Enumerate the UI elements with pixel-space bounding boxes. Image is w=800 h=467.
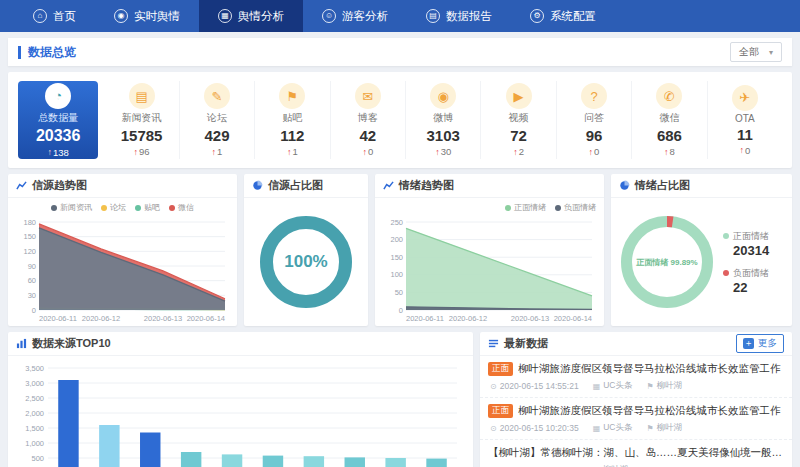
panel-source-trend: 信源趋势图 新闻资讯论坛贴吧微信 03060901201501802020-06… xyxy=(8,174,237,326)
svg-text:3,500: 3,500 xyxy=(25,364,44,373)
stat-value: 15785 xyxy=(121,127,163,144)
chevron-down-icon: ▾ xyxy=(769,48,773,57)
legend-entry-negative: 负面情绪 22 xyxy=(723,267,769,295)
stats-row: ◔ 总数据量 20336 ↑138 ▤ 新闻资讯 15785 ↑96 ✎ 论坛 … xyxy=(8,72,792,168)
svg-text:60: 60 xyxy=(28,276,36,285)
stat-card-wechat[interactable]: ✆ 微信 686 ↑8 xyxy=(632,81,707,159)
legend-entry-positive: 正面情绪 20314 xyxy=(723,230,769,258)
panel-header: 数据来源TOP10 xyxy=(8,332,473,356)
travel-icon: ✈ xyxy=(732,85,758,111)
analysis-icon: ▦ xyxy=(218,9,232,23)
stat-card-forum[interactable]: ✎ 论坛 429 ↑1 xyxy=(180,81,255,159)
overview-header: 数据总览 全部 ▾ xyxy=(8,38,792,66)
stat-card-news[interactable]: ▤ 新闻资讯 15785 ↑96 xyxy=(104,81,179,159)
nav-item-label: 系统配置 xyxy=(550,9,596,24)
stat-label: 微信 xyxy=(659,111,679,125)
list-item[interactable]: 正面 柳叶湖旅游度假区领导督导马拉松沿线城市长效监管工作 ⊙2020-06-15… xyxy=(480,398,792,440)
panel-top10: 数据来源TOP10 05001,0001,5002,0002,5003,0003… xyxy=(8,332,473,467)
stat-label: 问答 xyxy=(584,111,604,125)
panel-sentiment-pie: 情绪占比图 正面情绪 99.89% 正面情绪 20314 负面情绪 22 xyxy=(611,174,792,326)
news-icon: ▤ xyxy=(129,83,155,109)
svg-text:2020-06-13: 2020-06-13 xyxy=(144,314,182,323)
stat-card-weibo[interactable]: ◉ 微博 3103 ↑30 xyxy=(406,81,481,159)
stat-label: OTA xyxy=(735,113,755,124)
bar xyxy=(263,456,283,467)
sentiment-pie-chart xyxy=(619,214,715,310)
gear-icon: ⚙ xyxy=(530,9,544,23)
stat-label: 视频 xyxy=(509,111,529,125)
svg-text:50: 50 xyxy=(395,287,403,296)
nav-item-settings[interactable]: ⚙ 系统配置 xyxy=(511,0,615,32)
stat-card-qa[interactable]: ? 问答 96 ↑0 xyxy=(557,81,632,159)
source-trend-chart: 03060901201501802020-06-112020-06-122020… xyxy=(13,217,232,323)
stat-label: 博客 xyxy=(358,111,378,125)
up-arrow-icon: ↑ xyxy=(739,145,744,155)
tag-icon: ⚑ xyxy=(646,424,653,433)
stat-label: 新闻资讯 xyxy=(122,111,162,125)
news-list: 正面 柳叶湖旅游度假区领导督导马拉松沿线城市长效监管工作 ⊙2020-06-15… xyxy=(480,356,792,467)
svg-text:2,500: 2,500 xyxy=(25,394,44,403)
svg-text:150: 150 xyxy=(390,252,403,261)
more-button[interactable]: ＋ 更多 xyxy=(736,334,784,353)
svg-text:30: 30 xyxy=(28,290,36,299)
up-arrow-icon: ↑ xyxy=(134,147,139,157)
list-item[interactable]: 正面 柳叶湖旅游度假区领导督导马拉松沿线城市长效监管工作 ⊙2020-06-15… xyxy=(480,356,792,398)
svg-text:90: 90 xyxy=(28,261,36,270)
stat-value: 11 xyxy=(737,126,753,143)
line-chart-icon xyxy=(16,180,27,191)
up-arrow-icon: ↑ xyxy=(513,147,518,157)
svg-text:2020-06-14: 2020-06-14 xyxy=(554,314,592,323)
stat-delta: ↑30 xyxy=(435,146,451,157)
filter-select[interactable]: 全部 ▾ xyxy=(730,42,782,62)
panel-latest: 最新数据 ＋ 更多 正面 柳叶湖旅游度假区领导督导马拉松沿线城市长效监管工作 ⊙… xyxy=(480,332,792,467)
stat-delta: ↑138 xyxy=(48,147,69,158)
stat-delta: ↑1 xyxy=(212,146,223,157)
nav-item-visitor[interactable]: ☺ 游客分析 xyxy=(303,0,407,32)
chart-body: 正面情绪 99.89% 正面情绪 20314 负面情绪 22 xyxy=(611,198,792,326)
legend-item: 贴吧 xyxy=(135,202,160,213)
nav-item-realtime[interactable]: ◉ 实时舆情 xyxy=(95,0,199,32)
stat-value: 72 xyxy=(510,127,527,144)
svg-text:1,000: 1,000 xyxy=(25,439,44,448)
blog-icon: ✉ xyxy=(355,83,381,109)
news-title: 柳叶湖旅游度假区领导督导马拉松沿线城市长效监管工作 xyxy=(518,362,781,376)
bar xyxy=(222,454,242,467)
page-title: 数据总览 xyxy=(28,44,76,61)
news-time: 2020-06-15 10:20:35 xyxy=(500,423,579,433)
svg-text:150: 150 xyxy=(23,232,36,241)
sentiment-badge: 正面 xyxy=(488,404,513,418)
nav-item-report[interactable]: ▤ 数据报告 xyxy=(407,0,511,32)
legend-value: 22 xyxy=(733,280,769,295)
news-source: UC头条 xyxy=(603,380,632,392)
stat-card-tieba[interactable]: ⚑ 贴吧 112 ↑1 xyxy=(255,81,330,159)
list-icon xyxy=(488,338,499,349)
stat-card-blog[interactable]: ✉ 博客 42 ↑0 xyxy=(331,81,406,159)
stat-value: 3103 xyxy=(427,127,460,144)
panel-title: 情绪趋势图 xyxy=(399,178,454,193)
bottom-row: 数据来源TOP10 05001,0001,5002,0002,5003,0003… xyxy=(8,332,792,467)
bar-chart-icon xyxy=(16,338,27,349)
up-arrow-icon: ↑ xyxy=(664,147,669,157)
stat-card-ota[interactable]: ✈ OTA 11 ↑0 xyxy=(708,81,782,159)
chart-body: 03060901201501802020-06-112020-06-122020… xyxy=(8,213,237,326)
question-icon: ? xyxy=(581,83,607,109)
bar xyxy=(58,380,78,467)
charts-row: 信源趋势图 新闻资讯论坛贴吧微信 03060901201501802020-06… xyxy=(8,174,792,326)
nav-item-analysis[interactable]: ▦ 舆情分析 xyxy=(199,0,303,32)
up-arrow-icon: ↑ xyxy=(362,147,367,157)
nav-item-label: 首页 xyxy=(53,9,76,24)
svg-text:0: 0 xyxy=(32,305,36,314)
chart-body: 05001,0001,5002,0002,5003,0003,500新浪百家号腾… xyxy=(8,356,473,467)
stat-delta: ↑2 xyxy=(513,146,524,157)
stat-value: 686 xyxy=(657,127,682,144)
news-meta: ⊙2020-06-15 10:20:35 ▦UC头条 ⚑柳叶湖 xyxy=(488,422,784,434)
nav-item-label: 舆情分析 xyxy=(238,9,284,24)
bar xyxy=(426,459,446,467)
stat-card-total[interactable]: ◔ 总数据量 20336 ↑138 xyxy=(18,81,98,159)
stat-value: 429 xyxy=(204,127,229,144)
list-item[interactable]: 【柳叶湖】常德柳叶湖：湖、山、岛……夏天美得像仙境一般的宝藏地 ⊙2020-06… xyxy=(480,440,792,467)
clock-icon: ⊙ xyxy=(490,382,497,391)
chart-legend: 正面情绪负面情绪 xyxy=(375,198,604,213)
stat-card-video[interactable]: ▶ 视频 72 ↑2 xyxy=(481,81,556,159)
nav-item-home[interactable]: ⌂ 首页 xyxy=(14,0,95,32)
